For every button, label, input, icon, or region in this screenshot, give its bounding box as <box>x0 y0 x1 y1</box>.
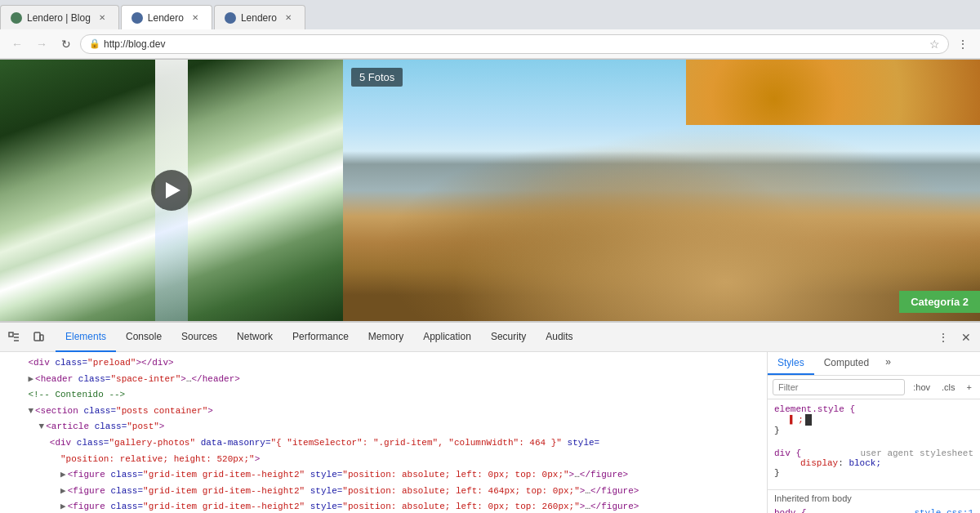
tab-memory[interactable]: Memory <box>359 323 413 352</box>
website-preview: 5 Fotos Categoría 2 <box>0 60 980 321</box>
tab-label-3: Lendero <box>241 12 277 24</box>
devtools-actions: ⋮ ✕ <box>933 327 977 348</box>
back-button[interactable]: ← <box>7 33 28 55</box>
tab-favicon-2 <box>131 12 143 24</box>
styles-filter-bar: :hov .cls + <box>768 376 980 399</box>
devtools-more-button[interactable]: ⋮ <box>933 327 954 348</box>
styles-filter-input[interactable] <box>773 379 905 395</box>
address-text: http://blog.dev <box>104 38 165 50</box>
tab-console[interactable]: Console <box>116 323 172 352</box>
html-line: ▼<section class="posts container"> <box>0 404 767 420</box>
tab-close-1[interactable]: ✕ <box>96 11 109 25</box>
fotos-badge: 5 Fotos <box>351 68 403 87</box>
styles-hov-button[interactable]: :hov <box>910 381 933 394</box>
html-line: ▶<figure class="grid-item grid-item--hei… <box>0 467 767 484</box>
inherited-from-label: Inherited from body <box>768 489 980 506</box>
nav-bar: ← → ↻ 🔒 http://blog.dev ☆ ⋮ <box>0 29 980 59</box>
tab-network[interactable]: Network <box>227 323 283 352</box>
html-line: <div class="gallery-photos" data-masonry… <box>0 435 767 452</box>
devtools-tabs: Elements Console Sources Network Perform… <box>56 323 933 351</box>
tab-favicon-3 <box>225 12 236 24</box>
tab-application[interactable]: Application <box>413 323 481 352</box>
css-rule-body: body { style.css:1 <box>768 506 980 513</box>
css-rule-div: div { user agent stylesheet display: blo… <box>768 447 980 480</box>
play-button[interactable] <box>151 170 192 211</box>
html-line: <!-- Contenido --> <box>0 387 767 404</box>
browser-tab-1[interactable]: Lendero | Blog ✕ <box>0 5 119 29</box>
tabs-bar: Lendero | Blog ✕ Lendero ✕ Lendero ✕ <box>0 0 980 29</box>
html-line: ▶<figure class="grid-item grid-item--hei… <box>0 484 767 500</box>
html-line: ▼<article class="post"> <box>0 419 767 435</box>
inspect-element-button[interactable] <box>3 327 24 348</box>
tab-close-2[interactable]: ✕ <box>189 11 202 25</box>
devtools-body: <div class="preload"></div> ▶<header cla… <box>0 352 980 513</box>
reload-button[interactable]: ↻ <box>56 33 77 55</box>
styles-tabs: Styles Computed » <box>768 352 980 376</box>
styles-content[interactable]: element.style { ▐ ; } div { user agent s… <box>768 399 980 513</box>
html-line: <div class="preload"></div> <box>0 355 767 372</box>
browser-chrome: Lendero | Blog ✕ Lendero ✕ Lendero ✕ ← →… <box>0 0 980 60</box>
devtools-close-button[interactable]: ✕ <box>956 327 977 348</box>
browser-tab-2[interactable]: Lendero ✕ <box>121 5 212 29</box>
tab-audits[interactable]: Audits <box>536 323 582 352</box>
tab-favicon-1 <box>11 12 22 24</box>
svg-rect-1 <box>34 332 40 341</box>
device-toolbar-button[interactable] <box>28 327 49 348</box>
address-bar[interactable]: 🔒 http://blog.dev ☆ <box>80 34 949 54</box>
browser-tab-3[interactable]: Lendero ✕ <box>214 5 305 29</box>
devtools-icons <box>3 327 49 348</box>
svg-rect-0 <box>9 332 13 337</box>
styles-cls-button[interactable]: .cls <box>938 381 959 394</box>
play-triangle-icon <box>166 182 180 199</box>
tab-security[interactable]: Security <box>481 323 536 352</box>
categoria-badge: Categoría 2 <box>899 291 980 313</box>
waterfall-image <box>0 60 343 321</box>
tab-performance[interactable]: Performance <box>283 323 359 352</box>
cursor <box>805 414 812 426</box>
mountain-image: 5 Fotos Categoría 2 <box>343 60 980 321</box>
lock-icon: 🔒 <box>89 38 100 49</box>
bookmark-icon[interactable]: ☆ <box>929 38 940 51</box>
tab-elements[interactable]: Elements <box>56 323 116 352</box>
menu-button[interactable]: ⋮ <box>952 33 973 55</box>
html-panel[interactable]: <div class="preload"></div> ▶<header cla… <box>0 352 768 513</box>
svg-rect-2 <box>40 335 43 341</box>
css-rule-element-style: element.style { ▐ ; } <box>768 403 980 437</box>
browser-content: 5 Fotos Categoría 2 <box>0 60 980 513</box>
html-line: ▶<figure class="grid-item grid-item--hei… <box>0 499 767 513</box>
html-line: "position: relative; height: 520px;"> <box>0 452 767 468</box>
styles-tab-styles[interactable]: Styles <box>768 352 814 375</box>
mountain-overlay <box>343 60 980 321</box>
tab-label-1: Lendero | Blog <box>27 12 91 24</box>
styles-add-button[interactable]: + <box>964 381 975 394</box>
devtools-panel: Elements Console Sources Network Perform… <box>0 321 980 513</box>
styles-panel: Styles Computed » :hov .cls + <box>768 352 980 513</box>
html-line: ▶<header class="space-inter">…</header> <box>0 372 767 388</box>
tab-close-3[interactable]: ✕ <box>282 11 295 25</box>
styles-tab-chevron[interactable]: » <box>879 352 898 375</box>
styles-tab-computed[interactable]: Computed <box>814 352 879 375</box>
nav-extra: ⋮ <box>952 33 973 55</box>
devtools-toolbar: Elements Console Sources Network Perform… <box>0 323 980 352</box>
tab-label-2: Lendero <box>148 12 184 24</box>
forward-button[interactable]: → <box>31 33 52 55</box>
tab-sources[interactable]: Sources <box>172 323 227 352</box>
